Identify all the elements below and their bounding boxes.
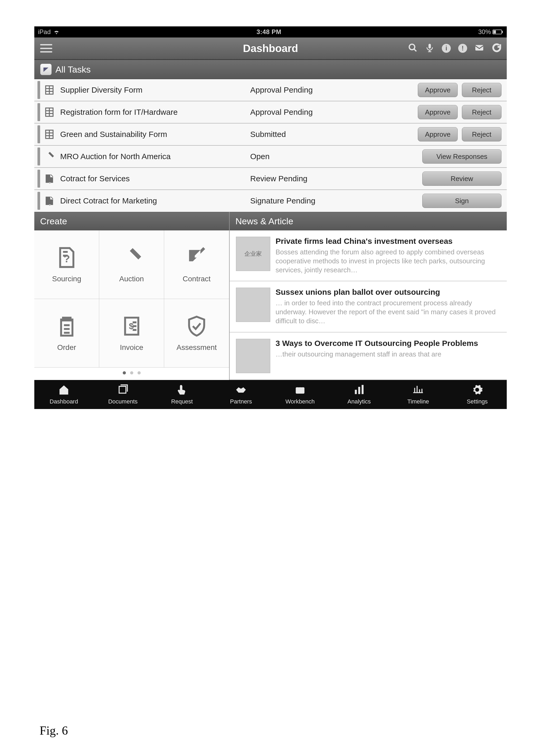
doc-question-icon — [56, 246, 78, 270]
search-icon[interactable] — [408, 43, 418, 54]
pen-paper-icon — [185, 246, 208, 270]
create-section-header: Create — [34, 212, 229, 230]
tab-label: Workbench — [285, 398, 315, 405]
create-tile-auction[interactable]: Auction — [99, 230, 164, 299]
news-thumbnail — [236, 339, 270, 373]
news-item[interactable]: Sussex unions plan ballot over outsourci… — [230, 281, 507, 332]
tasks-section-title: All Tasks — [56, 64, 91, 75]
refresh-icon[interactable] — [491, 43, 502, 54]
tab-timeline[interactable]: Timeline — [389, 380, 448, 409]
briefcase-icon — [294, 384, 306, 397]
form-icon — [43, 128, 56, 140]
tasks-section-header: All Tasks — [34, 60, 507, 79]
tab-label: Dashboard — [50, 398, 78, 405]
handshake-icon — [235, 384, 247, 397]
create-grid: Sourcing Auction Contract Order Invoice … — [34, 230, 229, 368]
task-status: Signature Pending — [250, 196, 422, 205]
tab-label: Documents — [108, 398, 138, 405]
svg-rect-10 — [493, 30, 496, 34]
task-status: Submitted — [250, 130, 418, 139]
task-row[interactable]: Cotract for Services Review Pending Revi… — [34, 168, 507, 190]
task-row[interactable]: Green and Sustainability Form Submitted … — [34, 123, 507, 146]
task-row[interactable]: Direct Cotract for Marketing Signature P… — [34, 190, 507, 212]
task-row[interactable]: Registration form for IT/Hardware Approv… — [34, 101, 507, 123]
task-row[interactable]: Supplier Diversity Form Approval Pending… — [34, 79, 507, 101]
sign-button[interactable]: Sign — [422, 194, 501, 208]
task-status: Approval Pending — [250, 108, 418, 117]
approve-button[interactable]: Approve — [418, 127, 458, 141]
tab-workbench[interactable]: Workbench — [271, 380, 330, 409]
tile-label: Order — [57, 343, 76, 352]
tab-label: Partners — [230, 398, 252, 405]
invoice-icon — [120, 315, 143, 338]
news-list: 企业家 Private firms lead China's investmen… — [230, 230, 507, 380]
create-tile-sourcing[interactable]: Sourcing — [34, 230, 99, 299]
shield-check-icon — [185, 315, 208, 338]
reject-button[interactable]: Reject — [462, 127, 501, 141]
status-time: 3:48 PM — [60, 28, 478, 36]
tile-label: Contract — [183, 275, 210, 283]
create-tile-assessment[interactable]: Assessment — [164, 299, 229, 368]
task-title: Supplier Diversity Form — [60, 85, 250, 94]
news-section-header: News & Article — [230, 212, 507, 230]
tile-label: Invoice — [120, 343, 143, 352]
tab-dashboard[interactable]: Dashboard — [34, 380, 93, 409]
reject-button[interactable]: Reject — [462, 83, 501, 97]
wifi-icon — [53, 30, 60, 34]
form-icon — [43, 106, 56, 118]
clipboard-icon — [56, 315, 78, 338]
create-tile-contract[interactable]: Contract — [164, 230, 229, 299]
approve-button[interactable]: Approve — [418, 83, 458, 97]
page-indicator[interactable] — [34, 368, 229, 378]
menu-button[interactable] — [39, 43, 53, 54]
task-title: Registration form for IT/Hardware — [60, 108, 250, 117]
create-tile-order[interactable]: Order — [34, 299, 99, 368]
review-button[interactable]: Review — [422, 172, 501, 186]
ipad-screen: iPad 3:48 PM 30% Dashboard i ! — [34, 26, 507, 409]
mail-icon[interactable] — [474, 43, 484, 54]
task-row[interactable]: MRO Auction for North America Open View … — [34, 146, 507, 168]
tile-label: Assessment — [177, 343, 217, 352]
battery-icon — [492, 30, 503, 34]
task-title: MRO Auction for North America — [60, 152, 250, 161]
tab-label: Timeline — [407, 398, 429, 405]
form-icon — [43, 84, 56, 96]
approve-button[interactable]: Approve — [418, 105, 458, 119]
gavel-icon — [120, 246, 143, 270]
contract-icon — [43, 173, 56, 185]
task-status: Approval Pending — [250, 85, 418, 94]
figure-label: Fig. 6 — [40, 723, 68, 737]
view responses-button[interactable]: View Responses — [422, 149, 501, 164]
status-bar: iPad 3:48 PM 30% — [34, 26, 507, 38]
news-title: 3 Ways to Overcome IT Outsourcing People… — [276, 339, 500, 348]
alert-icon[interactable]: ! — [458, 44, 467, 53]
news-item[interactable]: 企业家 Private firms lead China's investmen… — [230, 230, 507, 281]
task-title: Direct Cotract for Marketing — [60, 196, 250, 205]
mic-icon[interactable] — [425, 43, 435, 54]
tab-label: Settings — [467, 398, 488, 405]
gear-icon — [472, 384, 483, 397]
tab-partners[interactable]: Partners — [211, 380, 271, 409]
nav-bar: Dashboard i ! — [34, 38, 507, 60]
news-title: Private firms lead China's investment ov… — [276, 237, 500, 246]
tab-request[interactable]: Request — [153, 380, 212, 409]
tab-settings[interactable]: Settings — [448, 380, 507, 409]
tasks-list: Supplier Diversity Form Approval Pending… — [34, 79, 507, 212]
bars-icon — [353, 384, 365, 397]
reject-button[interactable]: Reject — [462, 105, 501, 119]
tab-label: Request — [171, 398, 193, 405]
create-tile-invoice[interactable]: Invoice — [99, 299, 164, 368]
tile-label: Auction — [119, 275, 144, 283]
task-status: Review Pending — [250, 174, 422, 183]
tab-documents[interactable]: Documents — [93, 380, 153, 409]
battery-percent: 30% — [478, 28, 491, 36]
home-icon — [58, 384, 70, 397]
info-icon[interactable]: i — [442, 44, 451, 53]
tab-analytics[interactable]: Analytics — [330, 380, 389, 409]
sort-button[interactable] — [40, 63, 52, 75]
news-thumbnail — [236, 288, 270, 322]
news-title: Sussex unions plan ballot over outsourci… — [276, 288, 500, 297]
news-item[interactable]: 3 Ways to Overcome IT Outsourcing People… — [230, 332, 507, 380]
gavel-icon — [43, 150, 56, 163]
news-summary: … in order to feed into the contract pro… — [276, 299, 500, 325]
